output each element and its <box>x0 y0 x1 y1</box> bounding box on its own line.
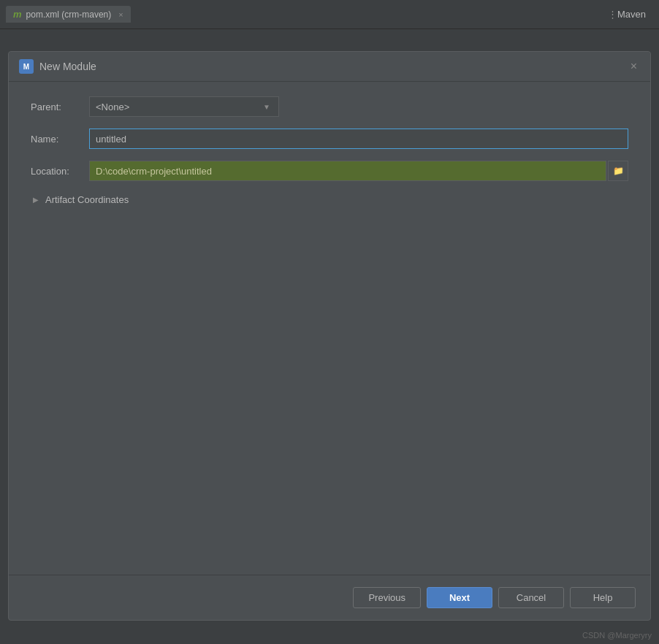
cancel-button[interactable]: Cancel <box>498 587 564 608</box>
artifact-coordinates-row[interactable]: ▶ Artifact Coordinates <box>31 193 628 207</box>
parent-dropdown-wrapper: <None> ▼ <box>89 96 628 117</box>
name-input-wrapper <box>89 129 628 149</box>
new-module-dialog: M New Module × Parent: <None> ▼ Name: <box>8 51 651 621</box>
main-area: M New Module × Parent: <None> ▼ Name: <box>0 29 659 644</box>
location-row: Location: 📁 <box>31 161 628 181</box>
folder-icon: 📁 <box>613 166 624 176</box>
dialog-content: Parent: <None> ▼ Name: Location: <box>9 82 650 398</box>
title-bar: m pom.xml (crm-maven) × ⋮ Maven <box>0 0 659 29</box>
dialog-icon-label: M <box>23 63 29 71</box>
browse-folder-button[interactable]: 📁 <box>608 161 628 181</box>
tab-icon: m <box>13 9 22 20</box>
name-input[interactable] <box>89 129 628 149</box>
more-actions-icon[interactable]: ⋮ <box>608 9 617 20</box>
dialog-title: New Module <box>39 61 628 72</box>
location-wrapper: 📁 <box>89 161 628 181</box>
location-label: Location: <box>31 166 89 177</box>
name-label: Name: <box>31 134 89 145</box>
dialog-close-button[interactable]: × <box>628 60 640 73</box>
parent-row: Parent: <None> ▼ <box>31 96 628 117</box>
artifact-coordinates-label: Artifact Coordinates <box>45 194 129 205</box>
watermark: CSDN @Margeryry <box>582 631 652 640</box>
dialog-footer: Previous Next Cancel Help <box>9 575 650 620</box>
dialog-body-spacer <box>9 398 650 575</box>
parent-label: Parent: <box>31 101 89 112</box>
name-row: Name: <box>31 129 628 149</box>
dialog-title-bar: M New Module × <box>9 52 650 82</box>
previous-button[interactable]: Previous <box>353 587 421 608</box>
editor-tab[interactable]: m pom.xml (crm-maven) × <box>6 6 131 23</box>
help-button[interactable]: Help <box>570 587 636 608</box>
tab-name: pom.xml (crm-maven) <box>26 9 112 20</box>
parent-select[interactable]: <None> <box>89 96 279 117</box>
next-button[interactable]: Next <box>427 587 492 608</box>
location-input[interactable] <box>89 161 606 181</box>
maven-label: Maven <box>617 9 646 20</box>
dialog-icon: M <box>19 59 34 74</box>
tab-close-icon[interactable]: × <box>118 10 123 19</box>
expand-arrow-icon: ▶ <box>31 195 41 205</box>
